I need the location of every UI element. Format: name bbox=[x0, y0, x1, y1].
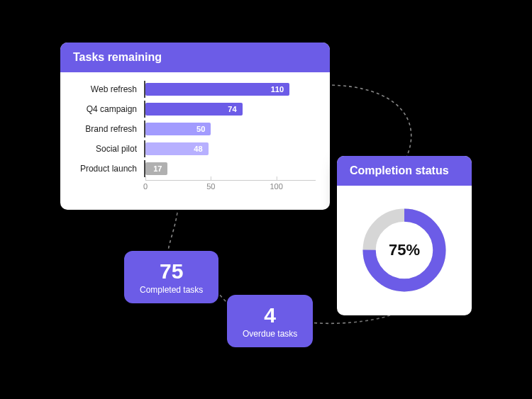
bar-row: Brand refresh50 bbox=[74, 120, 316, 137]
completion-status-title: Completion status bbox=[337, 156, 472, 186]
completed-tasks-label: Completed tasks bbox=[140, 285, 203, 295]
bar-category-label: Web refresh bbox=[74, 84, 144, 94]
bar-row: Web refresh110 bbox=[74, 81, 316, 98]
completed-tasks-value: 75 bbox=[140, 261, 203, 282]
bar: 48 bbox=[145, 142, 209, 155]
bar-row: Social pilot48 bbox=[74, 140, 316, 157]
bar: 110 bbox=[145, 83, 289, 96]
tasks-remaining-chart: Web refresh110Q4 campaign74Brand refresh… bbox=[60, 72, 330, 206]
bar-row: Product launch17 bbox=[74, 160, 316, 177]
bar: 74 bbox=[145, 103, 243, 116]
tasks-remaining-card: Tasks remaining Web refresh110Q4 campaig… bbox=[60, 43, 330, 210]
completion-percent-label: 75% bbox=[358, 204, 450, 296]
bar: 50 bbox=[145, 123, 211, 135]
overdue-tasks-chip: 4 Overdue tasks bbox=[227, 295, 313, 347]
bar-category-label: Brand refresh bbox=[74, 124, 144, 134]
completion-status-card: Completion status 75% bbox=[337, 156, 472, 315]
tasks-remaining-title: Tasks remaining bbox=[60, 43, 330, 72]
axis-tick: 50 bbox=[206, 178, 215, 191]
bar-category-label: Social pilot bbox=[74, 144, 144, 154]
axis-tick: 0 bbox=[143, 178, 148, 191]
completion-donut: 75% bbox=[358, 204, 450, 296]
completed-tasks-chip: 75 Completed tasks bbox=[124, 251, 218, 303]
bar-row: Q4 campaign74 bbox=[74, 101, 316, 118]
bar-category-label: Product launch bbox=[74, 164, 144, 174]
overdue-tasks-label: Overdue tasks bbox=[243, 329, 297, 339]
bar-category-label: Q4 campaign bbox=[74, 104, 144, 114]
overdue-tasks-value: 4 bbox=[243, 305, 297, 326]
axis-tick: 100 bbox=[270, 178, 282, 191]
bar: 17 bbox=[145, 162, 167, 175]
